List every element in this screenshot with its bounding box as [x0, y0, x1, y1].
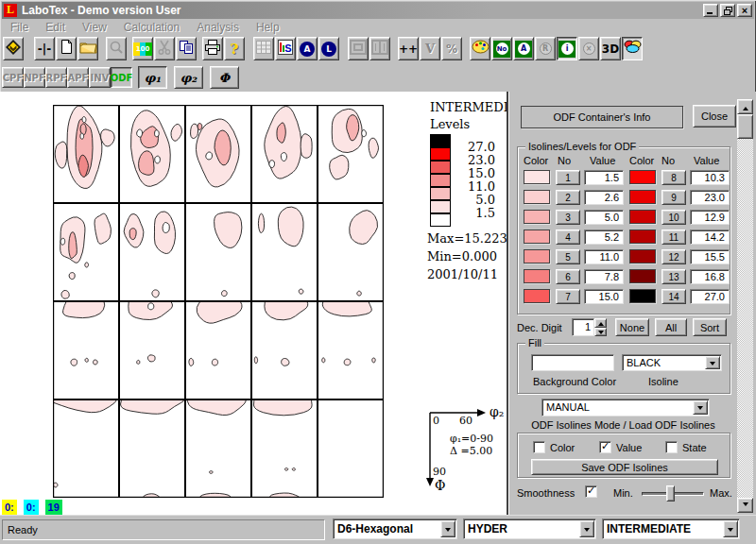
isoline-value-field[interactable]: 1.5 [584, 170, 624, 185]
isoline-no-button[interactable]: 2 [556, 190, 580, 205]
isoline-value-field[interactable]: 2.6 [584, 190, 624, 205]
isoline-color-swatch[interactable] [629, 249, 656, 264]
isoline-color-swatch[interactable] [524, 269, 550, 283]
mode-button-odf[interactable]: ODF [111, 67, 132, 88]
isoline-no-button[interactable]: 9 [662, 190, 686, 205]
info-badge-button[interactable]: i [557, 37, 577, 60]
isoline-color-swatch[interactable] [524, 170, 550, 184]
dataset-combo[interactable]: INTERMEDIATE [602, 518, 740, 539]
isoline-color-swatch[interactable] [629, 210, 656, 224]
state-checkbox[interactable] [665, 441, 678, 453]
scroll-up-icon[interactable] [737, 99, 753, 114]
isoline-no-button[interactable]: 3 [556, 210, 580, 225]
section-button-2[interactable]: φ₂ [174, 66, 203, 89]
menu-file[interactable]: File [2, 20, 37, 35]
isoline-value-field[interactable]: 23.0 [690, 190, 730, 205]
a-badge-button[interactable]: A [513, 37, 534, 60]
splitter-button[interactable]: -|- [34, 37, 55, 60]
isoline-value-field[interactable]: 15.0 [584, 289, 624, 304]
isolines-mode-combo[interactable]: MANUAL [541, 399, 710, 416]
scrollbar-thumb[interactable] [737, 114, 753, 139]
threed-button[interactable]: 3D [600, 37, 621, 60]
isoline-color-combo[interactable]: BLACK [622, 354, 722, 371]
combo-arrow-icon[interactable] [440, 520, 455, 537]
menu-analysis[interactable]: Analysis [188, 20, 248, 35]
isoline-no-button[interactable]: 8 [662, 170, 686, 185]
isoline-no-button[interactable]: 4 [556, 230, 580, 245]
dec-digit-value[interactable]: 1 [572, 318, 594, 336]
isoline-value-field[interactable]: 16.8 [690, 269, 730, 284]
none-button[interactable]: None [615, 318, 649, 336]
no-badge-button[interactable]: No [491, 37, 512, 60]
labotex-logo-button[interactable] [3, 37, 24, 60]
isoline-color-swatch[interactable] [524, 190, 550, 204]
isoline-value-field[interactable]: 15.5 [690, 249, 730, 264]
copy-button[interactable] [176, 37, 197, 60]
combo-arrow-icon[interactable] [693, 400, 708, 415]
isoline-color-swatch[interactable] [524, 249, 550, 264]
panel-close-button[interactable]: Close [693, 105, 736, 128]
sample-combo[interactable]: HYDER [463, 518, 596, 539]
menu-calculation[interactable]: Calculation [115, 20, 188, 35]
isoline-color-swatch[interactable] [629, 269, 656, 283]
isoline-value-field[interactable]: 14.2 [690, 230, 730, 245]
combo-arrow-icon[interactable] [723, 520, 738, 537]
isoline-no-button[interactable]: 10 [662, 210, 686, 225]
isoline-no-button[interactable]: 7 [556, 289, 580, 304]
isoline-color-swatch[interactable] [629, 190, 656, 204]
section-button-3[interactable]: Φ [210, 66, 239, 89]
colors-button[interactable] [622, 37, 643, 60]
isoline-no-button[interactable]: 11 [662, 230, 686, 245]
smoothness-checkbox[interactable] [585, 485, 597, 498]
minimize-button[interactable] [703, 4, 718, 17]
analysis-l-button[interactable]: L [318, 37, 339, 60]
close-button[interactable]: × [737, 4, 752, 17]
palette-button[interactable] [470, 37, 490, 60]
isoline-color-swatch[interactable] [629, 170, 656, 184]
menu-edit[interactable]: Edit [37, 20, 74, 35]
isoline-value-field[interactable]: 5.0 [584, 210, 624, 225]
menu-view[interactable]: View [74, 20, 115, 35]
isoline-no-button[interactable]: 5 [556, 249, 580, 264]
add-marks-button[interactable]: ++ [398, 37, 419, 60]
isoline-no-button[interactable]: 12 [662, 249, 686, 264]
isoline-color-swatch[interactable] [629, 289, 656, 303]
s-chart-button[interactable]: S [275, 37, 296, 60]
background-color-field[interactable] [531, 354, 614, 371]
dec-digit-spin-up[interactable] [594, 318, 607, 328]
symmetry-combo[interactable]: D6-Hexagonal [333, 518, 457, 539]
isoline-value-field[interactable]: 7.8 [584, 269, 624, 284]
isoline-color-swatch[interactable] [629, 230, 656, 244]
value-checkbox[interactable] [599, 441, 611, 453]
section-button-1[interactable]: φ₁ [138, 66, 167, 89]
combo-arrow-icon[interactable] [579, 520, 594, 537]
isoline-value-field[interactable]: 5.2 [584, 230, 624, 245]
sort-button[interactable]: Sort [693, 318, 727, 336]
isoline-no-button[interactable]: 13 [662, 269, 686, 284]
isoline-value-field[interactable]: 10.3 [690, 170, 730, 185]
isoline-no-button[interactable]: 14 [662, 289, 686, 304]
scroll-down-icon[interactable] [737, 498, 753, 513]
isoline-value-field[interactable]: 11.0 [584, 249, 624, 264]
save-odf-isolines-button[interactable]: Save ODF Isolines [531, 459, 718, 475]
color-checkbox[interactable] [533, 441, 545, 453]
open-file-button[interactable] [77, 37, 98, 60]
restore-button[interactable] [720, 4, 735, 17]
help-button[interactable]: ? [224, 37, 245, 60]
all-button[interactable]: All [655, 318, 687, 336]
dec-digit-spin-down[interactable] [594, 328, 607, 336]
isoline-color-swatch[interactable] [524, 210, 550, 224]
isoline-no-button[interactable]: 6 [556, 269, 580, 284]
smoothness-slider-thumb[interactable] [666, 485, 675, 502]
isoline-color-swatch[interactable] [524, 230, 550, 244]
print-button[interactable] [202, 37, 223, 60]
new-file-button[interactable] [56, 37, 77, 60]
analysis-a-button[interactable]: A [297, 37, 318, 60]
isoline-value-field[interactable]: 12.9 [690, 210, 730, 225]
menu-help[interactable]: Help [248, 20, 288, 35]
isoline-value-field[interactable]: 27.0 [690, 289, 730, 304]
pole-figure-100-button[interactable]: 100 [132, 37, 153, 60]
isoline-color-swatch[interactable] [524, 289, 550, 303]
combo-arrow-icon[interactable] [705, 356, 720, 369]
panel-scrollbar[interactable] [737, 99, 753, 513]
